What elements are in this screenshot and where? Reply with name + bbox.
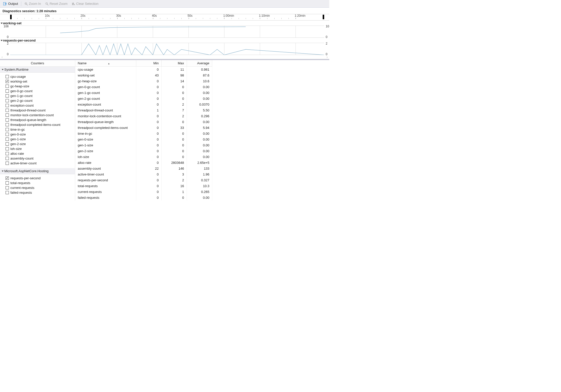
checkbox[interactable] [6, 104, 9, 107]
table-row[interactable]: current-requests010.265 [75, 189, 212, 195]
col-name[interactable]: Name ▲ [75, 60, 136, 67]
chart-area-working-set[interactable]: 108 0 108 0 [10, 26, 324, 38]
sidebar-item-threadpool-queue-length[interactable]: threadpool-queue-length [0, 117, 75, 122]
cell-min: 0 [136, 90, 161, 96]
table-row[interactable]: gen-1-size000.00 [75, 142, 212, 148]
table-row[interactable]: loh-size000.00 [75, 154, 212, 160]
sidebar-item-threadpool-completed-items-count[interactable]: threadpool-completed-items-count [0, 122, 75, 127]
sidebar-item-gen-2-gc-count[interactable]: gen-2-gc-count [0, 98, 75, 103]
table-row[interactable]: failed-requests000.00 [75, 195, 212, 201]
table-row[interactable]: threadpool-thread-count175.50 [75, 107, 212, 113]
sidebar-item-exception-count[interactable]: exception-count [0, 103, 75, 108]
session-label: Diagnostics session: 1:28 minutes [0, 8, 329, 14]
sidebar-item-label: active-timer-count [10, 161, 36, 165]
chart-area-rps[interactable]: 2 0 2 0 [10, 43, 324, 55]
zoom-in-icon [24, 2, 28, 6]
sidebar-item-cpu-usage[interactable]: cpu-usage [0, 74, 75, 79]
sidebar-item-alloc-rate[interactable]: alloc-rate [0, 151, 75, 156]
table-row[interactable]: threadpool-completed-items-count0335.94 [75, 125, 212, 131]
checkbox[interactable] [6, 99, 9, 102]
checkbox[interactable] [6, 142, 9, 146]
table-row[interactable]: exception-count020.0370 [75, 102, 212, 107]
clear-selection-button[interactable]: Clear Selection [70, 1, 100, 6]
col-min[interactable]: Min [136, 60, 161, 67]
checkbox[interactable] [6, 191, 9, 194]
col-avg[interactable]: Average [187, 60, 212, 67]
cell-name: time-in-gc [75, 131, 136, 136]
checkbox[interactable] [6, 138, 9, 141]
cell-avg: 0.00 [187, 136, 212, 142]
cell-min: 0 [136, 67, 161, 73]
sidebar-item-loh-size[interactable]: loh-size [0, 146, 75, 151]
sidebar-item-gen-0-size[interactable]: gen-0-size [0, 132, 75, 137]
sidebar-item-current-requests[interactable]: current-requests [0, 185, 75, 190]
checkbox[interactable] [6, 75, 9, 78]
svg-line-2 [27, 4, 28, 5]
sidebar-item-label: working-set [10, 80, 27, 83]
cell-min: 0 [136, 131, 161, 136]
timeline-end-marker[interactable] [323, 15, 324, 19]
sidebar-item-gen-1-gc-count[interactable]: gen-1-gc-count [0, 93, 75, 98]
sidebar-item-requests-per-second[interactable]: requests-per-second [0, 176, 75, 181]
reset-zoom-button[interactable]: Reset Zoom [44, 1, 69, 6]
checkbox[interactable] [6, 118, 9, 122]
table-row[interactable]: working-set439887.6 [75, 72, 212, 78]
checkbox[interactable] [6, 181, 9, 185]
sidebar-item-label: threadpool-thread-count [10, 108, 46, 112]
checkbox[interactable] [6, 177, 9, 180]
sidebar-item-threadpool-thread-count[interactable]: threadpool-thread-count [0, 108, 75, 113]
checkbox[interactable] [6, 133, 9, 136]
sidebar-item-gen-2-size[interactable]: gen-2-size [0, 142, 75, 146]
sidebar-item-total-requests[interactable]: total-requests [0, 181, 75, 185]
checkbox[interactable] [6, 147, 9, 150]
checkbox[interactable] [6, 89, 9, 93]
group-header[interactable]: System.Runtime [0, 67, 75, 73]
table-row[interactable]: gc-heap-size01410.6 [75, 78, 212, 84]
table-row[interactable]: alloc-rate028036482.65e+5 [75, 160, 212, 166]
sidebar-item-gc-heap-size[interactable]: gc-heap-size [0, 84, 75, 89]
sidebar-item-monitor-lock-contention-count[interactable]: monitor-lock-contention-count [0, 113, 75, 117]
sidebar-item-failed-requests[interactable]: failed-requests [0, 190, 75, 195]
checkbox[interactable] [6, 128, 9, 131]
table-row[interactable]: assembly-count22146133 [75, 166, 212, 171]
chart-title[interactable]: requests-per-second [0, 38, 329, 43]
checkbox[interactable] [6, 113, 9, 117]
checkbox[interactable] [6, 152, 9, 155]
checkbox[interactable] [6, 186, 9, 189]
checkbox[interactable] [6, 94, 9, 97]
sidebar-item-gen-0-gc-count[interactable]: gen-0-gc-count [0, 89, 75, 93]
checkbox[interactable] [6, 123, 9, 126]
table-row[interactable]: threadpool-queue-length000.00 [75, 119, 212, 125]
cell-max: 2803648 [161, 160, 187, 166]
checkbox[interactable] [6, 85, 9, 88]
timeline-ruler[interactable]: 10s20s30s40s50s1:00min1:10min1:20min [0, 14, 329, 21]
sidebar-item-time-in-gc[interactable]: time-in-gc [0, 127, 75, 132]
zoom-in-button[interactable]: Zoom In [23, 1, 43, 6]
output-button[interactable]: Output [2, 1, 20, 6]
checkbox[interactable] [6, 157, 9, 160]
table-row[interactable]: active-timer-count031.96 [75, 171, 212, 177]
table-row[interactable]: time-in-gc000.00 [75, 131, 212, 136]
sidebar-item-assembly-count[interactable]: assembly-count [0, 156, 75, 161]
table-row[interactable]: monitor-lock-contention-count020.296 [75, 113, 212, 119]
group-header[interactable]: Microsoft.AspNetCore.Hosting [0, 168, 75, 174]
table-row[interactable]: gen-0-gc-count000.00 [75, 84, 212, 90]
checkbox[interactable] [6, 80, 9, 83]
table-row[interactable]: gen-2-gc-count000.00 [75, 96, 212, 102]
sidebar-item-active-timer-count[interactable]: active-timer-count [0, 161, 75, 166]
table-row[interactable]: total-requests01610.3 [75, 183, 212, 189]
table-row[interactable]: gen-0-size000.00 [75, 136, 212, 142]
cell-name: current-requests [75, 189, 136, 195]
table-row[interactable]: gen-2-size000.00 [75, 148, 212, 154]
checkbox[interactable] [6, 109, 9, 112]
table-row[interactable]: gen-1-gc-count000.00 [75, 90, 212, 96]
table-row[interactable]: cpu-usage0110.981 [75, 67, 212, 73]
col-max[interactable]: Max [161, 60, 187, 67]
checkbox[interactable] [6, 162, 9, 165]
sidebar-item-gen-1-size[interactable]: gen-1-size [0, 137, 75, 142]
tick-label: 1:20min [295, 14, 305, 17]
chart-title[interactable]: working-set [0, 21, 329, 26]
table-row[interactable]: requests-per-second020.327 [75, 177, 212, 183]
cell-max: 0 [161, 131, 187, 136]
sidebar-item-working-set[interactable]: working-set [0, 79, 75, 84]
